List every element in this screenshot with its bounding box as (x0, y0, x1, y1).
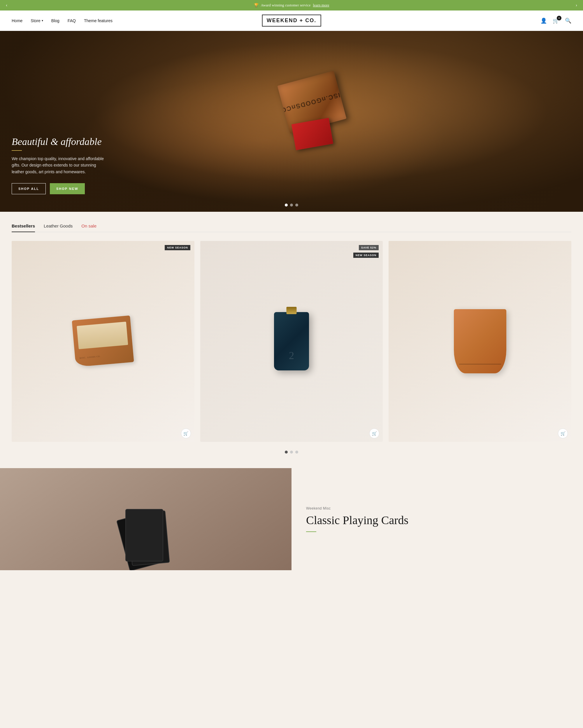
hero-divider (12, 150, 22, 151)
flask-visual (274, 312, 309, 370)
announcement-prev[interactable]: ‹ (3, 1, 10, 9)
account-button[interactable]: 👤 (540, 18, 547, 24)
hero-dot-1[interactable] (285, 204, 288, 207)
search-button[interactable]: 🔍 (565, 18, 571, 24)
product-dot-3[interactable] (295, 451, 298, 453)
tab-on-sale[interactable]: On sale (81, 224, 96, 232)
hero-content: Beautiful & affordable We champion top q… (0, 136, 117, 212)
case-visual (454, 309, 506, 373)
nav-blog[interactable]: Blog (51, 18, 59, 23)
product-badge-save-flask: SAVE 52% (359, 245, 379, 250)
products-section: Bestsellers Leather Goods On sale NEW SE… (0, 212, 583, 462)
cart-button[interactable]: 🛒 0 (553, 18, 559, 24)
main-nav: Home Store ▾ Blog FAQ Theme features (12, 18, 113, 23)
product-image-flask: SAVE 52% NEW SEASON 🛒 (200, 241, 383, 442)
logo-text: WEEKEND + CO. (262, 15, 321, 27)
product-tabs: Bestsellers Leather Goods On sale (12, 224, 571, 232)
featured-content: Weekend Misc Classic Playing Cards (292, 468, 583, 570)
hero-dots (285, 204, 298, 207)
nav-theme-features[interactable]: Theme features (84, 18, 113, 23)
hero-section: Beautiful & affordable We champion top q… (0, 31, 583, 212)
store-dropdown-icon[interactable]: ▾ (42, 19, 43, 22)
product-image-case: 🛒 (389, 241, 571, 442)
announcement-link[interactable]: learn more (313, 3, 329, 7)
hero-description: We champion top quality, innovative and … (12, 155, 105, 175)
announcement-icon: 🏆 (254, 3, 258, 7)
product-card-case: 🛒 Single Leather Case $88.00 (389, 241, 571, 442)
nav-home[interactable]: Home (12, 18, 23, 23)
header-actions: 👤 🛒 0 🔍 (540, 18, 571, 24)
add-to-cart-case[interactable]: 🛒 (558, 428, 568, 438)
announcement-bar: ‹ 🏆 Award winning customer service learn… (0, 0, 583, 10)
announcement-next[interactable]: › (573, 1, 580, 9)
add-to-cart-wallet[interactable]: 🛒 (181, 428, 191, 438)
cart-badge: 0 (557, 16, 561, 20)
featured-title: Classic Playing Cards (306, 513, 568, 527)
hero-dot-2[interactable] (290, 204, 293, 207)
product-badge-new-season-wallet: NEW SEASON (165, 245, 190, 250)
shop-new-button[interactable]: SHOP NEW (50, 183, 85, 194)
product-image-wallet: NEW SEASON 🛒 (12, 241, 194, 442)
product-card-flask: SAVE 52% NEW SEASON 🛒 Black Ceramic Flas… (200, 241, 383, 442)
hero-title: Beautiful & affordable (12, 136, 105, 147)
product-grid: NEW SEASON 🛒 Leather Wallet V3 $58.00 SA… (12, 241, 571, 442)
header: Home Store ▾ Blog FAQ Theme features WEE… (0, 10, 583, 31)
product-badge-new-flask: NEW SEASON (353, 253, 379, 258)
featured-image (0, 468, 292, 570)
product-card-wallet: NEW SEASON 🛒 Leather Wallet V3 $58.00 (12, 241, 194, 442)
tab-leather-goods[interactable]: Leather Goods (44, 224, 73, 232)
playing-cards-visual (117, 497, 175, 570)
shop-all-button[interactable]: SHOP ALL (12, 183, 46, 194)
hero-dot-3[interactable] (295, 204, 298, 207)
wallet-visual (72, 316, 134, 367)
playing-card-3 (126, 509, 163, 562)
nav-store-wrapper: Store ▾ (31, 18, 43, 23)
product-carousel-dots (12, 451, 571, 453)
hero-buttons: SHOP ALL SHOP NEW (12, 183, 105, 194)
featured-divider (306, 531, 316, 532)
announcement-text: Award winning customer service (261, 3, 311, 7)
nav-store[interactable]: Store (31, 18, 40, 23)
tab-bestsellers[interactable]: Bestsellers (12, 224, 35, 232)
product-dot-2[interactable] (290, 451, 293, 453)
logo[interactable]: WEEKEND + CO. (262, 15, 321, 27)
featured-label: Weekend Misc (306, 506, 568, 511)
product-dot-1[interactable] (285, 451, 288, 453)
add-to-cart-flask[interactable]: 🛒 (369, 428, 379, 438)
featured-section: Weekend Misc Classic Playing Cards (0, 468, 583, 570)
nav-faq[interactable]: FAQ (67, 18, 76, 23)
